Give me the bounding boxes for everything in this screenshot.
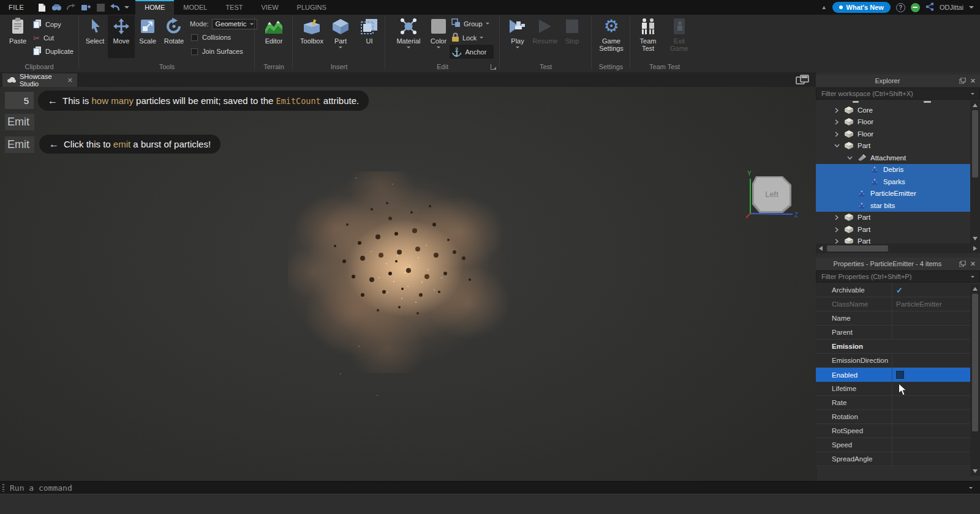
copy-button[interactable]: Copy [33,18,61,31]
duplicate-button[interactable]: Duplicate [33,45,74,58]
property-row-rotation[interactable]: Rotation [816,410,970,424]
tab-plugins[interactable]: PLUGINS [288,0,336,15]
toolbox-button[interactable]: Toolbox [297,17,326,45]
chevron-right-icon[interactable] [834,108,839,113]
color-dropdown-icon[interactable] [437,47,440,48]
tree-item-part[interactable]: Part [816,236,970,244]
material-dropdown-icon[interactable] [407,47,410,48]
quick-access-dropdown-icon[interactable] [124,6,129,9]
collapse-ribbon-icon[interactable]: ▲ [821,4,827,10]
rotate-tool-button[interactable]: Rotate [160,17,187,45]
chevron-right-icon[interactable] [834,227,839,232]
share-icon[interactable] [925,2,934,12]
team-test-button[interactable]: Team Test [633,17,663,52]
whats-new-button[interactable]: What's New [832,2,891,13]
close-panel-icon[interactable]: ✕ [970,77,976,85]
collisions-checkbox[interactable]: Collisions [191,34,231,41]
tree-item-debris[interactable]: Debris [816,164,970,176]
tab-home[interactable]: HOME [135,0,174,15]
tree-item-particleemitter[interactable]: ParticleEmitter [816,188,970,200]
scroll-left-icon[interactable] [819,246,823,251]
paste-button[interactable]: Paste [4,17,32,45]
tree-item-part[interactable]: Part [816,140,970,152]
scroll-down-icon[interactable] [973,237,978,240]
explorer-header[interactable]: Explorer ✕ [816,75,980,87]
property-row-emissiondirection[interactable]: EmissionDirection [816,354,970,368]
scroll-right-icon[interactable] [973,246,977,251]
file-menu[interactable]: FILE [9,4,24,11]
undo-icon[interactable] [110,2,121,13]
terrain-editor-button[interactable]: Editor [260,17,288,45]
join-surfaces-checkbox[interactable]: Join Surfaces [191,48,243,55]
tree-item-core[interactable]: Core [816,104,970,116]
play-button[interactable]: Play [505,17,530,48]
command-bar[interactable]: Run a command [0,481,980,494]
view-cube[interactable]: Left Y Z [734,169,800,228]
float-panel-icon[interactable] [959,258,966,269]
chevron-right-icon[interactable] [834,215,839,220]
close-tab-icon[interactable]: ✕ [67,76,73,84]
tab-model[interactable]: MODEL [174,0,216,15]
tab-view[interactable]: VIEW [252,0,287,15]
property-row-archivable[interactable]: Archivable ✓ [816,283,970,297]
group-button[interactable]: Group [451,17,489,30]
property-row-name[interactable]: Name [816,311,970,326]
properties-filter-input[interactable]: Filter Properties (Ctrl+Shift+P) [816,270,980,283]
chevron-down-icon[interactable] [834,143,839,148]
emit-button-2[interactable]: Emit [5,136,34,153]
ui-button[interactable]: UI [357,17,382,45]
properties-header[interactable]: Properties - ParticleEmitter - 4 items ✕ [816,258,980,270]
tree-item-sparks[interactable]: Sparks [816,176,970,188]
scroll-down-icon[interactable] [973,469,978,473]
open-file-icon[interactable] [51,2,62,13]
explorer-filter-input[interactable]: Filter workspace (Ctrl+Shift+X) [816,88,980,100]
anchor-button[interactable]: ⚓ Anchor [451,45,486,58]
scale-tool-button[interactable]: Scale [135,17,160,45]
tree-item-star-bits[interactable]: star bits [816,199,970,212]
insert-part-icon[interactable] [80,2,91,13]
checkbox-unchecked-icon[interactable] [896,371,904,379]
username[interactable]: ODJittai [940,4,963,11]
viewport-3d[interactable]: 5 ← This is how many particles will be e… [0,87,816,481]
emit-count-field[interactable]: 5 [5,92,34,109]
document-tab[interactable]: SHowcase Studio ✕ [2,73,77,87]
property-row-rate[interactable]: Rate [816,396,970,410]
cut-button[interactable]: ✂ Cut [33,32,54,44]
user-dropdown-icon[interactable] [969,6,974,9]
tree-item-floor[interactable]: Floor [816,116,970,128]
property-row-rotspeed[interactable]: RotSpeed [816,424,970,438]
scrollbar-thumb[interactable] [827,245,888,251]
mode-dropdown[interactable]: Geometric [212,19,257,29]
insert-part-button[interactable]: Part [328,17,353,48]
property-row-lifetime[interactable]: Lifetime [816,382,970,396]
new-file-icon[interactable] [36,2,47,13]
properties-vertical-scrollbar[interactable] [970,284,980,476]
chevron-right-icon[interactable] [834,119,839,124]
property-row-parent[interactable]: Parent [816,326,970,340]
explorer-horizontal-scrollbar[interactable] [816,244,980,253]
move-tool-button[interactable]: Move [108,17,134,45]
select-tool-button[interactable]: Select [82,17,108,45]
command-input[interactable]: Run a command [10,483,72,493]
scrollbar-thumb[interactable] [972,294,978,431]
lock-button[interactable]: Lock [451,31,483,44]
scroll-up-icon[interactable] [973,287,978,291]
property-section-emission[interactable]: Emission [816,340,970,354]
chevron-down-icon[interactable] [969,487,973,489]
property-row-speed[interactable]: Speed [816,438,970,452]
property-row-enabled[interactable]: Enabled [816,368,970,382]
emit-button-1[interactable]: Emit [5,114,34,130]
tab-test[interactable]: TEST [216,0,252,15]
scroll-up-icon[interactable] [973,103,978,107]
tree-item-attachment[interactable]: Attachment [816,152,970,164]
scrollbar-thumb[interactable] [972,110,978,177]
material-button[interactable]: Material [394,17,423,48]
color-button[interactable]: Color [426,17,451,48]
tree-item-part[interactable]: Part [816,212,970,224]
property-row-spreadangle[interactable]: SpreadAngle [816,452,970,466]
part-dropdown-icon[interactable] [339,47,342,48]
checkbox-checked-icon[interactable]: ✓ [896,286,903,295]
play-dropdown-icon[interactable] [516,47,519,48]
close-panel-icon[interactable]: ✕ [970,260,976,268]
status-icon[interactable] [911,3,920,12]
